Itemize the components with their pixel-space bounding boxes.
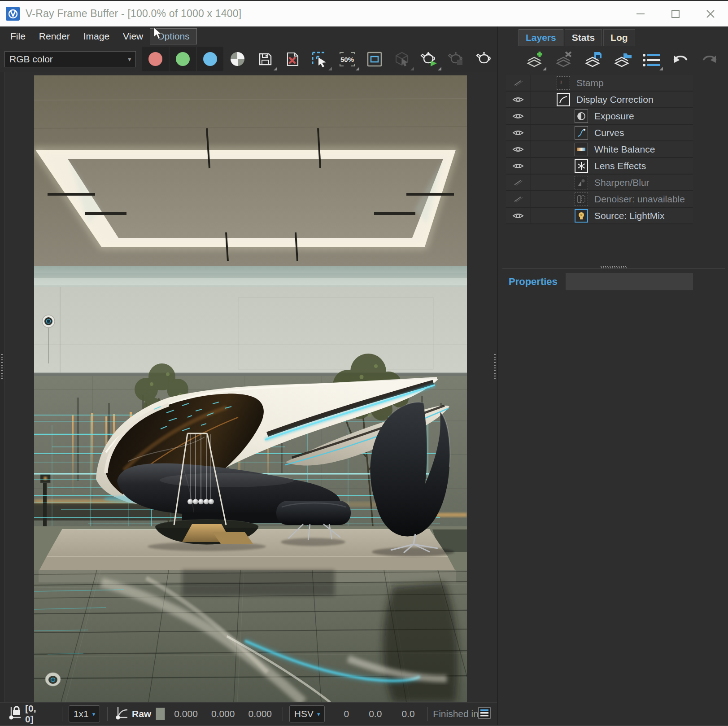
titlebar: V-Ray Frame Buffer - [100.0% of 1000 x 1… xyxy=(0,0,728,26)
pixel-probe-lock-icon[interactable] xyxy=(7,705,22,723)
visibility-toggle[interactable] xyxy=(506,125,531,140)
properties-section: Properties xyxy=(498,273,728,290)
layer-row-white-balance[interactable]: White Balance xyxy=(506,141,693,158)
properties-header-bar[interactable] xyxy=(566,273,693,290)
layer-row-stamp[interactable]: i Stamp xyxy=(506,75,693,92)
visibility-toggle[interactable] xyxy=(506,141,531,157)
stamp-icon: i xyxy=(557,76,570,90)
layers-panel: Layers Stats Log xyxy=(498,26,728,725)
layer-row-curves[interactable]: Curves xyxy=(506,125,693,141)
isolate-selected-icon[interactable] xyxy=(388,47,415,71)
undo-icon[interactable] xyxy=(670,51,691,70)
svg-text:i: i xyxy=(560,78,562,85)
layers-toolbar xyxy=(524,51,728,70)
color-curve-icon xyxy=(114,705,128,723)
redo-icon[interactable] xyxy=(699,51,720,70)
render-teapot-dim-icon[interactable] xyxy=(443,47,470,71)
layer-row-sharpen-blur[interactable]: Sharpen/Blur xyxy=(506,175,693,191)
menu-file[interactable]: File xyxy=(4,29,32,44)
maximize-icon[interactable] xyxy=(658,1,693,26)
blue-channel-icon[interactable] xyxy=(197,47,223,71)
curves-icon xyxy=(575,126,588,140)
raw-label: Raw xyxy=(132,709,151,719)
layer-name: Display Correction xyxy=(576,94,654,105)
mouse-cursor xyxy=(153,27,165,40)
tab-layers[interactable]: Layers xyxy=(519,29,563,46)
frame-overlay-icon[interactable] xyxy=(361,47,388,71)
stamp-list-icon[interactable] xyxy=(478,707,491,721)
clear-image-icon[interactable] xyxy=(279,47,305,71)
layer-name: Exposure xyxy=(594,111,634,122)
mode-value-s: 0.0 xyxy=(369,709,382,719)
pixel-block-value: 1x1 xyxy=(74,709,89,719)
render-floor xyxy=(34,570,467,702)
rendered-image xyxy=(34,75,467,702)
load-layers-icon[interactable] xyxy=(611,51,633,70)
color-mode-value: HSV xyxy=(294,709,314,719)
tab-stats[interactable]: Stats xyxy=(565,29,602,46)
menu-image[interactable]: Image xyxy=(77,29,116,44)
layer-list-icon[interactable] xyxy=(641,51,662,70)
render-upper-wall xyxy=(34,266,467,373)
visibility-toggle[interactable] xyxy=(506,175,531,190)
layer-row-source-lightmix[interactable]: Source: LightMix xyxy=(506,208,693,224)
menu-view[interactable]: View xyxy=(116,29,150,44)
visibility-toggle[interactable] xyxy=(506,208,531,223)
menu-render[interactable]: Render xyxy=(32,29,77,44)
channel-selector[interactable]: RGB color ▾ xyxy=(4,51,136,67)
properties-title: Properties xyxy=(509,276,558,288)
raw-value-r: 0.000 xyxy=(174,709,198,719)
layer-name: Sharpen/Blur xyxy=(594,177,650,188)
layer-row-denoiser[interactable]: Denoiser: unavailable xyxy=(506,191,693,208)
mono-channel-icon[interactable] xyxy=(224,47,251,71)
display-correction-icon xyxy=(557,93,570,106)
layer-row-display-correction[interactable]: Display Correction xyxy=(506,92,693,108)
lightmix-icon xyxy=(575,209,588,223)
zoom-50-icon[interactable]: 50% xyxy=(334,47,360,71)
vray-frame-buffer-window: V-Ray Frame Buffer - [100.0% of 1000 x 1… xyxy=(0,0,728,726)
chevron-down-icon: ▾ xyxy=(128,56,131,63)
channel-selector-value: RGB color xyxy=(9,54,53,65)
right-splitter-handle[interactable] xyxy=(494,354,496,379)
color-mode-selector[interactable]: HSV▾ xyxy=(289,705,325,722)
color-swatch xyxy=(156,708,165,720)
render-last-icon[interactable] xyxy=(416,47,442,71)
add-layer-icon[interactable] xyxy=(524,51,545,70)
left-splitter-handle[interactable] xyxy=(1,354,3,379)
image-canvas[interactable] xyxy=(0,72,497,702)
layer-name: Curves xyxy=(594,127,624,138)
render-status-text: Finished in [00 xyxy=(433,709,478,719)
chevron-down-icon: ▾ xyxy=(92,711,96,717)
layer-row-lens-effects[interactable]: Lens Effects xyxy=(506,158,693,175)
pixel-block-selector[interactable]: 1x1▾ xyxy=(69,705,100,722)
statusbar: [0, 0] 1x1▾ Raw 0.000 0.000 0.000 HSV▾ 0… xyxy=(0,702,497,725)
svg-text:50%: 50% xyxy=(340,56,353,63)
delete-layer-icon[interactable] xyxy=(553,51,575,70)
render-preview xyxy=(34,75,467,702)
minimize-icon[interactable] xyxy=(623,1,658,26)
layer-row-exposure[interactable]: Exposure xyxy=(506,108,693,125)
render-teapot-icon[interactable] xyxy=(471,47,497,71)
layer-name: Stamp xyxy=(576,78,604,88)
render-ceiling xyxy=(34,75,467,273)
panel-splitter[interactable] xyxy=(502,268,725,269)
green-channel-icon[interactable] xyxy=(170,47,196,71)
visibility-toggle[interactable] xyxy=(506,92,531,107)
close-icon[interactable] xyxy=(693,1,728,26)
save-layers-icon[interactable] xyxy=(582,51,604,70)
panel-splitter-handle[interactable] xyxy=(601,266,627,268)
visibility-toggle[interactable] xyxy=(506,158,531,174)
main-toolbar: RGB color ▾ 50% xyxy=(0,46,497,72)
visibility-toggle[interactable] xyxy=(506,75,531,91)
visibility-toggle[interactable] xyxy=(506,108,531,124)
lens-effects-icon xyxy=(575,159,588,173)
chevron-down-icon: ▾ xyxy=(317,711,320,717)
region-render-icon[interactable] xyxy=(306,47,333,71)
left-splitter[interactable] xyxy=(0,72,5,702)
window-title: V-Ray Frame Buffer - [100.0% of 1000 x 1… xyxy=(26,8,241,20)
sharpen-blur-icon xyxy=(575,176,588,189)
tab-log[interactable]: Log xyxy=(603,29,635,46)
red-channel-icon[interactable] xyxy=(142,47,169,71)
visibility-toggle[interactable] xyxy=(506,191,531,207)
save-image-icon[interactable] xyxy=(252,47,278,71)
